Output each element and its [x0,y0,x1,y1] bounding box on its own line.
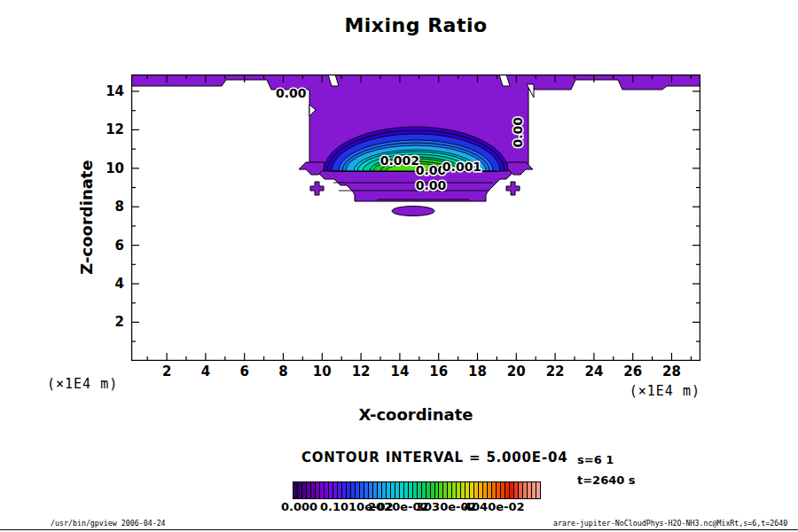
colorbar-segment [373,482,377,498]
x-tick-label: 20 [507,364,526,379]
contour-label: 0.001 [442,160,481,174]
z-tick-label: 8 [89,199,124,215]
colorbar-segment [298,482,301,498]
x-tick-label: 6 [239,364,248,379]
colorbar-segment [302,482,306,498]
contour-fill-detached-patch [392,207,434,216]
colorbar-segment [488,482,491,498]
contour-label: 0.00 [276,86,307,100]
colorbar-segment [528,482,531,498]
colorbar-segment [351,482,355,498]
contour-fill-wing-right [507,162,533,175]
colorbar-segment [320,482,324,498]
colorbar-segment [293,482,297,498]
colorbar-segment [329,482,332,498]
colorbar-segment [532,482,536,498]
colorbar-segment [483,482,487,498]
x-tick-label: 24 [584,364,603,379]
z-tick-label: 2 [89,314,124,330]
x-tick-label: 28 [662,364,681,379]
colorbar-segment [378,482,381,498]
z-axis-unit-label: (×1E4 m) [47,376,118,392]
colorbar-segment [510,482,513,498]
x-axis-title: X-coordinate [131,405,700,424]
colorbar-segment [307,482,310,498]
colorbar-segment [519,482,522,498]
z-tick-label: 10 [89,160,124,176]
x-tick-label: 8 [278,364,287,379]
colorbar-segment [457,482,460,498]
z-tick-label: 6 [89,238,124,254]
colorbar-segment [523,482,527,498]
colorbar-segment [452,482,456,498]
x-tick-label: 4 [201,364,210,379]
colorbar-segment [325,482,328,498]
colorbar-segment [409,482,412,498]
run-info-step: s=6 1 [577,453,614,466]
colorbar-segment [338,482,341,498]
bottom-rule [0,529,798,530]
x-tick-label: 14 [390,364,409,379]
x-tick-label: 10 [313,364,332,379]
colorbar-segment [431,482,434,498]
contour-interval-label: CONTOUR INTERVAL = 5.000E-04 [301,450,567,466]
z-tick-label: 12 [89,121,124,137]
x-tick-label: 26 [623,364,642,379]
colorbar-segment [316,482,319,498]
colorbar-segment [347,482,350,498]
x-tick-label: 18 [468,364,487,379]
colorbar-segment [369,482,372,498]
contour-fill-wing-left [299,162,325,175]
colorbar-segment [364,482,368,498]
contour-label: 0.002 [380,153,419,168]
colorbar-segment [333,482,337,498]
colorbar-segment [439,482,442,498]
colorbar-segment [356,482,359,498]
colorbar-segment [466,482,469,498]
x-axis-unit-label: (×1E4 m) [630,383,700,399]
colorbar-segment [382,482,386,498]
gpview-window: Mixing Ratio Z-coordinate (×1E4 m) (×1E4… [0,0,798,532]
colorbar-segment [404,482,408,498]
colorbar-segment [514,482,518,498]
colorbar-segment [443,482,447,498]
x-tick-label: 16 [429,364,448,379]
colorbar-segment [418,482,421,498]
x-tick-label: 2 [162,364,171,379]
contour-plot: 0.000.000.0020.000.0010.00 [131,74,700,361]
colorbar-segment [426,482,430,498]
colorbar-segment [422,482,426,498]
colorbar-segment [501,482,505,498]
contour-fill-fragment-right [506,182,520,195]
colorbar-segment [391,482,395,498]
colorbar-segment [400,482,403,498]
footer-command: /usr/bin/gpview 2006-04-24 [51,519,166,528]
colorbar-segment [497,482,500,498]
contour-label: 0.00 [416,178,447,192]
colorbar-label: 4040e-02 [464,500,525,513]
colorbar-segment [413,482,417,498]
x-tick-label: 12 [352,364,371,379]
colorbar-segment [342,482,346,498]
colorbar-segment [479,482,482,498]
colorbar [293,481,541,499]
z-tick-label: 4 [89,276,124,292]
colorbar-segment [395,482,399,498]
colorbar-segment [505,482,509,498]
colorbar-label: 0.000 [281,500,317,513]
colorbar-segment [470,482,473,498]
contour-fill-fragment-left [310,182,324,195]
run-info-time: t=2640 s [577,473,636,487]
colorbar-segment [536,482,540,498]
colorbar-segment [387,482,390,498]
contour-label: 0.00 [511,117,525,148]
colorbar-segment [492,482,496,498]
x-tick-label: 22 [546,364,565,379]
page-title: Mixing Ratio [131,14,700,36]
colorbar-segment [435,482,439,498]
colorbar-segment [360,482,364,498]
footer-datasource: arare-jupiter-NoCloudPhys-H2O-NH3.nc@Mix… [553,519,787,528]
z-tick-label: 14 [89,83,124,99]
z-axis-title: Z-coordinate [77,160,96,274]
colorbar-segment [461,482,465,498]
